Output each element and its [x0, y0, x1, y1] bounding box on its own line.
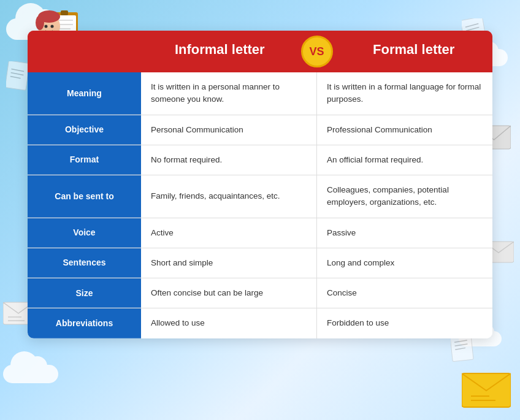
row-label-1: Objective — [28, 115, 141, 145]
table-row: AbbreviationsAllowed to useForbidden to … — [28, 308, 492, 338]
header-label-spacer — [28, 31, 141, 72]
table-row: Can be sent toFamily, friends, acquainta… — [28, 175, 492, 218]
paper-decoration-2 — [6, 61, 29, 93]
svg-point-30 — [45, 25, 48, 28]
vs-circle: VS — [301, 36, 333, 67]
row-informal-7: Allowed to use — [141, 308, 317, 338]
cloud-decoration-4 — [3, 365, 58, 383]
row-informal-4: Active — [141, 218, 317, 248]
svg-rect-22 — [61, 10, 68, 15]
row-informal-3: Family, friends, acquaintances, etc. — [141, 175, 317, 218]
table-row: MeaningIt is written in a personal manne… — [28, 72, 492, 115]
row-formal-6: Concise — [317, 278, 492, 308]
row-informal-1: Personal Communication — [141, 115, 317, 145]
table-body: MeaningIt is written in a personal manne… — [28, 72, 492, 338]
table-row: ObjectivePersonal CommunicationProfessio… — [28, 115, 492, 145]
row-informal-5: Short and simple — [141, 248, 317, 278]
row-formal-4: Passive — [317, 218, 492, 248]
header-formal: Formal letter — [335, 31, 493, 72]
row-formal-1: Professional Communication — [317, 115, 492, 145]
row-label-2: Format — [28, 145, 141, 175]
row-informal-2: No format required. — [141, 145, 317, 175]
row-informal-0: It is written in a personal manner to so… — [141, 72, 317, 115]
row-formal-0: It is written in a formal language for f… — [317, 72, 492, 115]
row-formal-7: Forbidden to use — [317, 308, 492, 338]
table-row: SizeOften concise but can be largeConcis… — [28, 278, 492, 308]
row-label-4: Voice — [28, 218, 141, 248]
table-row: SentencesShort and simpleLong and comple… — [28, 248, 492, 278]
row-label-0: Meaning — [28, 72, 141, 115]
envelope-decoration-yellow — [462, 368, 511, 411]
row-label-6: Size — [28, 278, 141, 308]
row-formal-5: Long and complex — [317, 248, 492, 278]
row-informal-6: Often concise but can be large — [141, 278, 317, 308]
svg-rect-12 — [6, 61, 29, 90]
row-label-7: Abbreviations — [28, 308, 141, 338]
row-formal-2: An official format required. — [317, 145, 492, 175]
table-row: FormatNo format required.An official for… — [28, 145, 492, 175]
table-row: VoiceActivePassive — [28, 218, 492, 248]
row-label-3: Can be sent to — [28, 175, 141, 218]
row-formal-3: Colleagues, companies, potential employe… — [317, 175, 492, 218]
svg-point-29 — [36, 15, 44, 30]
svg-point-31 — [51, 25, 54, 28]
vs-badge: VS — [299, 31, 335, 72]
header-informal: Informal letter — [141, 31, 299, 72]
table-header: Informal letter VS Formal letter — [28, 31, 492, 72]
row-label-5: Sentences — [28, 248, 141, 278]
comparison-table: Informal letter VS Formal letter Meaning… — [28, 31, 492, 338]
